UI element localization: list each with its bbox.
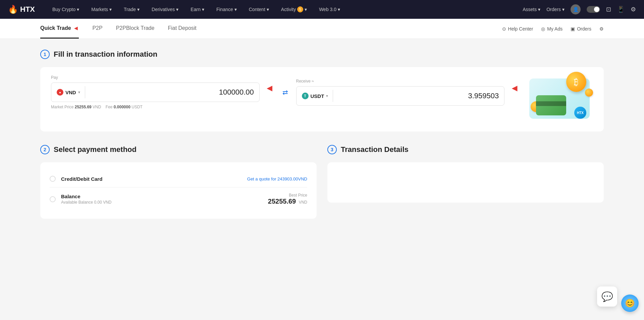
pay-currency-name: VND	[65, 90, 76, 95]
mobile-icon[interactable]: 📱	[617, 6, 625, 13]
payment-balance-name: Balance	[61, 194, 263, 199]
tab-quick-trade[interactable]: Quick Trade ◄	[40, 19, 79, 39]
menu-web3[interactable]: Web 3.0 ▾	[318, 0, 341, 19]
menu-markets[interactable]: Markets ▾	[90, 0, 113, 19]
usdt-icon: T	[302, 93, 309, 99]
illustration-bg: ₿ HTX	[529, 78, 590, 119]
my-ads-link[interactable]: ◎ My Ads	[541, 26, 562, 32]
settings-icon[interactable]: ⚙	[631, 6, 636, 13]
menu-finance[interactable]: Finance ▾	[215, 0, 238, 19]
chevron-down-icon: ▾	[305, 7, 307, 12]
two-column-section: 2 Select payment method Credit/Debit Car…	[40, 145, 604, 219]
htx-coin-icon: HTX	[574, 107, 586, 119]
secondary-tabs: Quick Trade ◄ P2P P2PBlock Trade Fiat De…	[40, 19, 197, 39]
help-circle-icon: ⊙	[502, 26, 506, 32]
receive-field-box: T USDT ▾ 3.959503	[296, 86, 505, 106]
chevron-down-icon: ▾	[77, 7, 79, 12]
section3-header: 3 Transaction Details	[327, 145, 604, 154]
brand-name: HTX	[20, 5, 35, 14]
payment-card-name: Credit/Debit Card	[61, 176, 242, 182]
card-box-icon	[536, 95, 566, 115]
pay-currency-chevron: ▾	[78, 90, 80, 95]
chevron-down-icon: ▾	[202, 7, 204, 12]
assets-menu[interactable]: Assets ▾	[523, 7, 540, 12]
menu-content[interactable]: Content ▾	[248, 0, 270, 19]
best-price-label: Best Price	[268, 193, 307, 198]
chevron-down-icon: ▾	[234, 7, 237, 12]
menu-buy-crypto[interactable]: Buy Crypto ▾	[51, 0, 80, 19]
theme-toggle[interactable]	[587, 6, 600, 13]
tab-quick-trade-label: Quick Trade	[40, 25, 71, 31]
best-price-row: 25255.69 VND	[268, 198, 307, 205]
step1-circle: 1	[40, 50, 50, 59]
notification-icon[interactable]: ⊡	[606, 6, 611, 13]
chevron-down-icon: ▾	[267, 7, 269, 12]
tab-fiat-deposit-label: Fiat Deposit	[168, 25, 196, 31]
orders-link[interactable]: ▣ Orders	[571, 26, 591, 32]
assets-label: Assets	[523, 7, 537, 12]
pay-amount[interactable]: 100000.00	[90, 88, 254, 97]
help-center-link[interactable]: ⊙ Help Center	[502, 26, 533, 32]
toggle-knob	[594, 7, 599, 12]
logo[interactable]: 🔥 HTX	[8, 5, 35, 14]
receive-currency-chevron: ▾	[326, 94, 328, 98]
vnd-icon: ●	[57, 89, 63, 96]
red-arrow-pay-icon: ◄	[265, 83, 274, 94]
orders-menu[interactable]: Orders ▾	[546, 7, 565, 12]
tab-p2pblock-trade[interactable]: P2PBlock Trade	[116, 19, 155, 39]
chevron-down-icon: ▾	[562, 7, 565, 12]
payment-section: 2 Select payment method Credit/Debit Car…	[40, 145, 317, 219]
menu-finance-label: Finance	[216, 7, 233, 12]
chevron-down-icon: ▾	[137, 7, 140, 12]
get-quote-link[interactable]: Get a quote for 243903.00VND	[247, 176, 307, 181]
section1-header: 1 Fill in transaction information	[40, 50, 604, 59]
payment-option-balance: Balance Available Balance 0.00 VND Best …	[50, 188, 307, 211]
chevron-down-icon: ▾	[538, 7, 540, 12]
step3-number: 3	[331, 147, 333, 152]
section2-header: 2 Select payment method	[40, 145, 317, 154]
fee-value: 0.000000	[114, 105, 130, 109]
logo-flame-icon: 🔥	[8, 5, 18, 14]
receive-currency-selector[interactable]: T USDT ▾	[302, 93, 328, 99]
chevron-down-icon: ▾	[176, 7, 178, 12]
receive-currency-name: USDT	[311, 93, 324, 99]
menu-trade[interactable]: Trade ▾	[122, 0, 141, 19]
receive-amount[interactable]: 3.959503	[338, 92, 499, 100]
bitcoin-coin-icon: ₿	[566, 72, 586, 92]
menu-activity-label: Activity	[281, 7, 296, 12]
tab-p2p[interactable]: P2P	[92, 19, 102, 39]
menu-trade-label: Trade	[124, 7, 136, 12]
menu-derivatives-label: Derivatives	[152, 7, 175, 12]
support-avatar-button[interactable]: 😊	[621, 295, 639, 312]
menu-activity[interactable]: Activity 5 ▾	[280, 0, 308, 19]
step2-number: 2	[44, 147, 46, 152]
fee-label: Fee	[106, 105, 113, 109]
payment-balance-price: Best Price 25255.69 VND	[268, 193, 307, 205]
support-avatar-icon: 😊	[625, 299, 635, 308]
swap-button[interactable]: ⇄	[280, 86, 291, 99]
settings-link[interactable]: ⚙	[599, 26, 604, 32]
section1-title: Fill in transaction information	[54, 50, 157, 59]
tab-p2p-label: P2P	[92, 25, 102, 31]
receive-field: Receive ≈ T USDT ▾ 3.959503	[296, 79, 505, 106]
menu-web3-label: Web 3.0	[319, 7, 336, 12]
menu-earn[interactable]: Earn ▾	[189, 0, 206, 19]
tab-fiat-deposit[interactable]: Fiat Deposit	[168, 19, 196, 39]
avatar[interactable]: 👤	[571, 4, 581, 14]
chat-button[interactable]: 💬	[597, 286, 617, 307]
menu-earn-label: Earn	[191, 7, 201, 12]
pay-currency-selector[interactable]: ● VND ▾	[57, 89, 80, 96]
top-navigation: 🔥 HTX Buy Crypto ▾ Markets ▾ Trade ▾ Der…	[0, 0, 644, 19]
menu-derivatives[interactable]: Derivatives ▾	[150, 0, 180, 19]
field-divider-2	[333, 90, 333, 102]
section2-title: Select payment method	[54, 145, 137, 154]
chat-icon: 💬	[601, 291, 613, 302]
payment-card-info: Credit/Debit Card	[61, 176, 242, 182]
payment-balance-info: Balance Available Balance 0.00 VND	[61, 194, 263, 205]
radio-card[interactable]	[50, 176, 56, 182]
radio-balance[interactable]	[50, 196, 56, 202]
market-price-label: Market Price	[51, 105, 73, 109]
menu-markets-label: Markets	[91, 7, 108, 12]
my-ads-label: My Ads	[547, 26, 562, 32]
red-arrow-receive-icon: ◄	[510, 83, 519, 94]
